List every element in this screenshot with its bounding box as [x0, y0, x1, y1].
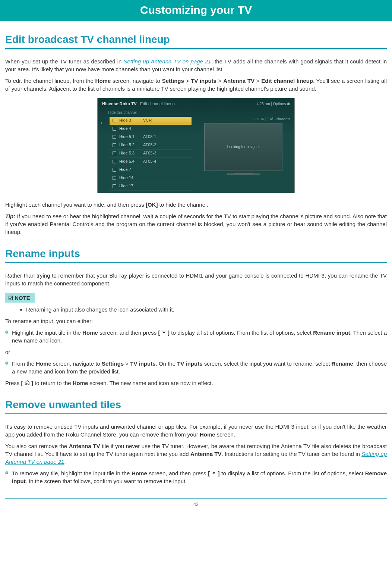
tv-brand2: Roku TV [120, 101, 137, 106]
text: to display a list of options. From the l… [220, 470, 365, 476]
text: You also can remove the [5, 443, 69, 449]
checkbox-icon[interactable] [113, 119, 116, 122]
or-separator: or [5, 348, 387, 356]
channel-row[interactable]: Hide 5.4AT05-4 [110, 158, 192, 166]
text: It's easy to remove unused TV inputs and… [5, 423, 387, 438]
tip-paragraph: Tip: If you need to see or hear the high… [5, 212, 387, 236]
checkbox-icon[interactable] [113, 127, 116, 131]
checkbox-icon[interactable] [113, 143, 116, 147]
paragraph: Press [ ] to return to the Home screen. … [5, 379, 387, 387]
home-icon [25, 380, 30, 385]
text: screen, select the input you want to ren… [203, 360, 332, 367]
instruction-bullet: Highlight the input tile in the Home scr… [5, 329, 387, 344]
text: screen, navigate to [51, 360, 102, 367]
text-bold: TV inputs [177, 360, 202, 367]
channel-hide-label: Hide 5.3 [119, 150, 143, 156]
text: screen. [215, 431, 235, 438]
checkbox-icon[interactable] [113, 135, 116, 139]
link-setup-antenna[interactable]: Setting up Antenna TV on page 21 [124, 58, 211, 65]
text: . In the screen that follows, confirm yo… [26, 478, 187, 484]
channel-hide-label: Hide 5.4 [119, 159, 143, 164]
tip-body: If you need to see or hear the highlight… [5, 213, 387, 235]
channel-row[interactable]: Hide 3VCR [110, 117, 192, 125]
paragraph: It's easy to remove unused TV inputs and… [5, 423, 387, 438]
text: screen, navigate to [111, 78, 162, 84]
channel-row[interactable]: Hide 14 [110, 174, 192, 182]
heading-remove-tiles: Remove unwanted tiles [5, 397, 387, 412]
checkbox-icon[interactable] [113, 184, 116, 188]
note-list: Renaming an input also changes the icon … [26, 306, 387, 313]
tv-header: Hisense·Roku TV Edit channel lineup 4:26… [98, 98, 294, 109]
text-bold: Antenna TV [223, 78, 255, 84]
page-number: 42 [5, 501, 387, 508]
text-bold: Edit channel lineup [261, 78, 313, 84]
text: to display a list of options. From the l… [170, 329, 313, 336]
channel-hide-label: Hide 14 [119, 175, 143, 181]
paragraph: When you set up the TV tuner as describe… [5, 57, 387, 73]
channel-hide-label: Hide 4 [119, 126, 143, 131]
note-badge: NOTE [5, 293, 35, 303]
tv-screenshot: Hisense·Roku TV Edit channel lineup 4:26… [97, 98, 295, 193]
text-bold: TV inputs [191, 78, 216, 84]
bullet-icon [5, 360, 12, 375]
channel-row[interactable]: Hide 5.1AT05-1 [110, 133, 192, 141]
page-banner: Customizing your TV [0, 0, 392, 21]
section-rule [5, 413, 387, 415]
asterisk-icon [212, 471, 216, 475]
checkbox-icon[interactable] [113, 168, 116, 172]
tv-time: 4:26 am | Options ✱ [256, 101, 290, 107]
tv-brand: Hisense [102, 101, 118, 106]
text-bold: Home [132, 470, 147, 476]
text-bold: Antenna TV [69, 443, 100, 449]
paragraph: To rename an input, you can either: [5, 317, 387, 325]
channel-row[interactable]: Hide 5.3AT05-3 [110, 150, 192, 158]
text-bold: Antenna TV [190, 451, 222, 457]
text-bold: Rename [332, 360, 353, 367]
tv-preview-label: 3 VCR | 1 of 9 channels [197, 117, 290, 122]
tip-label: Tip: [5, 213, 15, 219]
text: to return to the [33, 380, 73, 386]
text: Press [5, 380, 21, 386]
text: When you set up the TV tuner as describe… [5, 58, 124, 65]
text-bold: Settings [162, 78, 184, 84]
tv-channel-list: Hide 3VCRHide 4Hide 5.1AT05-1Hide 5.2AT0… [110, 117, 192, 191]
channel-hide-label: Hide 5.1 [119, 134, 143, 140]
text: screen. The new name and icon are now in… [88, 380, 213, 386]
text-bold: Settings [102, 360, 124, 367]
chevron-left-icon: ‹ [101, 117, 104, 191]
bullet-icon [5, 469, 12, 485]
channel-name: AT05-3 [143, 150, 156, 156]
text: screen, and then press [98, 329, 158, 336]
paragraph: Rather than trying to remember that your… [5, 272, 387, 287]
checkbox-icon[interactable] [113, 176, 116, 180]
text-bold: Home [200, 431, 215, 438]
text-bold: Home [73, 380, 88, 386]
paragraph: You also can remove the Antenna TV tile … [5, 442, 387, 466]
heading-edit-lineup: Edit broadcast TV channel lineup [5, 32, 387, 47]
checkbox-icon[interactable] [113, 160, 116, 163]
asterisk-button-label: [ ] [208, 470, 219, 476]
asterisk-button-label: [ ] [158, 329, 170, 336]
text: > [184, 78, 191, 84]
channel-row[interactable]: Hide 17 [110, 182, 192, 191]
channel-row[interactable]: Hide 7 [110, 166, 192, 174]
text: > [124, 360, 130, 367]
text: . On the [156, 360, 177, 367]
channel-row[interactable]: Hide 5.2AT05-2 [110, 141, 192, 150]
text: To edit the channel lineup, from the [5, 78, 95, 84]
asterisk-icon [162, 330, 166, 335]
channel-row[interactable]: Hide 4 [110, 125, 192, 133]
channel-hide-label: Hide 5.2 [119, 142, 143, 148]
tv-screen-title: Edit channel lineup [140, 101, 175, 106]
tv-subhead: Hide this channel [98, 109, 294, 117]
channel-hide-label: Hide 7 [119, 167, 143, 172]
text: Highlight each channel you want to hide,… [5, 201, 146, 208]
tv-preview: 3 VCR | 1 of 9 channels Looking for a si… [197, 117, 290, 191]
channel-name: AT05-2 [143, 142, 156, 148]
checkbox-icon[interactable] [113, 151, 116, 155]
text-bold: [OK] [146, 201, 158, 208]
tv-preview-box: Looking for a signal [204, 123, 282, 171]
note-item: Renaming an input also changes the icon … [26, 306, 387, 313]
text-bold: Home [95, 78, 111, 84]
channel-name: AT05-1 [143, 134, 156, 140]
